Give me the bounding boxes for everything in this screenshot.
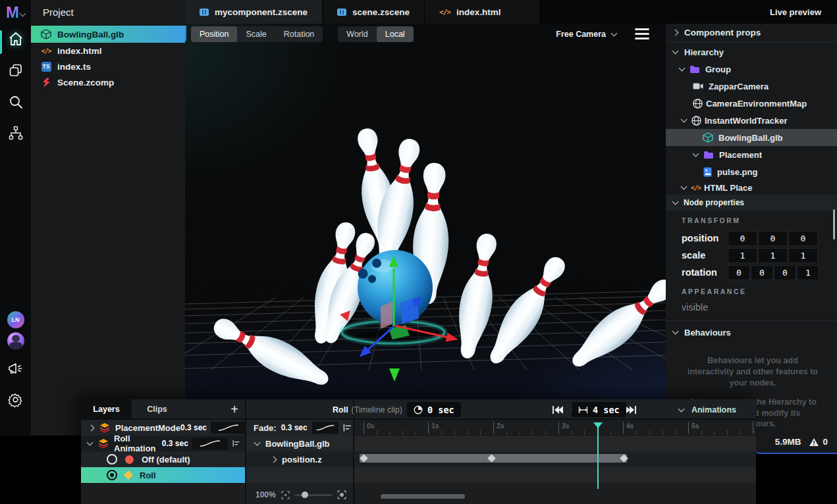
chevron-down-icon (681, 116, 688, 123)
search-button[interactable] (0, 94, 31, 110)
add-layer-button[interactable]: + (227, 402, 242, 416)
hierarchy-node-instantworldtracker[interactable]: InstantWorldTracker (666, 112, 837, 129)
tab-scene[interactable]: scene.zscene (323, 0, 425, 24)
value-x[interactable]: 0 (728, 231, 757, 246)
user-avatar-photo[interactable] (0, 332, 31, 349)
value-x[interactable]: 0 (728, 265, 750, 280)
chevron-down-icon (672, 199, 679, 205)
value-z[interactable]: 0 (788, 231, 818, 246)
animations-toggle[interactable]: Animations (679, 399, 736, 420)
value-y[interactable]: 1 (758, 248, 788, 263)
playhead-handle[interactable] (593, 422, 603, 433)
app-logo[interactable]: M (0, 5, 31, 20)
hierarchy-node-group[interactable]: Group (666, 61, 837, 78)
value-y[interactable]: 0 (758, 231, 788, 246)
node-properties-header[interactable]: Node properties (666, 195, 837, 211)
layer-row-placementmode[interactable]: PlacementMode 0.3 sec (81, 420, 245, 436)
behaviours-header[interactable]: Behaviours (666, 324, 837, 341)
layers-tab[interactable]: Layers (81, 399, 132, 418)
timeline-scrollbar-thumb[interactable] (381, 494, 465, 499)
node-label: pulse.png (717, 167, 757, 177)
timeline-tracks[interactable]: 0s 1s 2s 3s 4s 5s 6s (354, 420, 756, 504)
rotation-mode-button[interactable]: Rotation (275, 26, 323, 42)
value-y[interactable]: 0 (751, 265, 773, 280)
tab-indexhtml[interactable]: </> index.html (425, 0, 541, 24)
fade-duration[interactable]: 0.3 sec (281, 423, 308, 432)
timeline-panel: Layers Clips + Roll (Timeline clip) 0 se… (81, 399, 756, 504)
zoom-out-icon[interactable] (281, 491, 290, 499)
component-props-header[interactable]: Component props (666, 24, 837, 42)
world-space-button[interactable]: World (338, 26, 376, 42)
announcements-button[interactable] (0, 361, 31, 376)
zoom-slider[interactable] (295, 494, 332, 496)
user-avatar-ln[interactable]: LN (0, 311, 31, 328)
scale-mode-button[interactable]: Scale (237, 26, 275, 42)
layer-duration[interactable]: 0.3 sec (162, 439, 188, 448)
track-property-row[interactable]: position.z (246, 451, 353, 467)
skip-to-end-button[interactable] (626, 405, 637, 415)
globe-icon (691, 116, 701, 126)
home-button[interactable] (0, 31, 31, 47)
easing-curve-button[interactable] (192, 438, 228, 449)
clip-name: Roll (333, 405, 348, 415)
hierarchy-node-htmlplace[interactable]: </> HTML Place (666, 180, 837, 195)
timeline-body: PlacementMode 0.3 sec Roll Animation 0.3… (81, 420, 756, 504)
clip-row-off[interactable]: Off (default) (81, 451, 245, 467)
clip-row-roll[interactable]: Roll (81, 467, 245, 483)
duplicate-button[interactable] (0, 63, 31, 78)
viewport-menu-button[interactable] (635, 28, 649, 39)
align-left-icon[interactable] (232, 440, 240, 447)
radio-selected-icon[interactable] (107, 470, 117, 480)
chevron-down-icon (693, 151, 699, 157)
chevron-right-icon (88, 424, 95, 431)
timeline-ruler[interactable]: 0s 1s 2s 3s 4s 5s 6s (354, 420, 756, 436)
file-row-scenezcomp[interactable]: Scene.zcomp (31, 74, 185, 90)
position-mode-button[interactable]: Position (191, 26, 237, 42)
ruler-tick-1s: 1s (428, 422, 439, 433)
easing-curve-button[interactable] (312, 422, 338, 434)
clips-tab[interactable]: Clips (132, 399, 182, 418)
radio-unselected-icon[interactable] (107, 454, 117, 465)
zoom-slider-handle[interactable] (302, 491, 308, 498)
hierarchy-node-placement[interactable]: Placement (666, 146, 837, 163)
file-name: index.ts (57, 62, 91, 72)
visible-property-label[interactable]: visible (666, 302, 837, 313)
node-label: ZapparCamera (709, 82, 769, 91)
hierarchy-header[interactable]: Hierarchy (666, 43, 837, 61)
file-row-bowlingball[interactable]: BowlingBall.glb (31, 26, 185, 43)
skip-to-start-button[interactable] (552, 405, 563, 415)
node-label: CameraEnvironmentMap (706, 99, 807, 109)
hierarchy-node-bowlingball[interactable]: BowlingBall.glb (666, 129, 837, 146)
home-icon (8, 31, 24, 47)
camera-selector[interactable]: Free Camera (556, 24, 616, 45)
warnings-indicator[interactable]: 0 (809, 437, 828, 447)
file-row-indexhtml[interactable]: </> index.html (31, 43, 185, 59)
warning-icon (809, 438, 819, 447)
value-x[interactable]: 1 (728, 248, 757, 263)
value-z[interactable]: 1 (788, 248, 818, 263)
file-name: BowlingBall.glb (57, 30, 124, 39)
node-graph-button[interactable] (0, 125, 31, 141)
value-z[interactable]: 0 (774, 265, 796, 280)
panel-scrollbar-thumb[interactable] (833, 209, 835, 239)
current-time-display[interactable]: 0 sec (407, 402, 461, 417)
project-panel: Project BowlingBall.glb </> index.html T… (31, 0, 185, 436)
layer-duration[interactable]: 0.3 sec (180, 423, 207, 432)
settings-button[interactable] (0, 391, 31, 408)
hierarchy-node-cameraenvironmentmap[interactable]: CameraEnvironmentMap (666, 95, 837, 112)
hierarchy-node-zapparcamera[interactable]: ZapparCamera (666, 78, 837, 95)
layer-row-rollanimation[interactable]: Roll Animation 0.3 sec (81, 436, 245, 451)
value-w[interactable]: 1 (797, 265, 819, 280)
local-space-button[interactable]: Local (377, 26, 414, 42)
easing-curve-button[interactable] (211, 422, 246, 434)
live-preview-button[interactable]: Live preview (770, 0, 821, 24)
playhead-line[interactable] (597, 425, 599, 489)
duration-display[interactable]: 4 sec (572, 402, 626, 417)
align-left-icon[interactable] (343, 424, 352, 432)
file-row-indexts[interactable]: TS index.ts (31, 59, 185, 74)
hierarchy-node-pulsepng[interactable]: pulse.png (666, 163, 837, 180)
tab-label: mycomponent.zscene (215, 7, 308, 17)
tab-mycomponent[interactable]: mycomponent.zscene (185, 0, 323, 24)
zoom-in-icon[interactable] (337, 490, 346, 499)
track-node-row[interactable]: BowlingBall.glb (246, 436, 353, 451)
